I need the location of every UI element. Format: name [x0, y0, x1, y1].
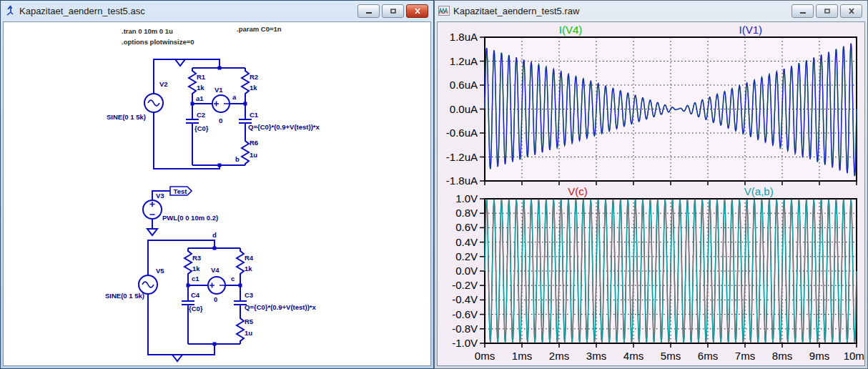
- minimize-button[interactable]: [791, 4, 814, 18]
- x-tick-label: 1ms: [512, 350, 532, 362]
- y-tick-label: -1.2uA: [446, 151, 478, 163]
- schematic-label[interactable]: 1u: [250, 151, 257, 159]
- ground-icon: [147, 229, 157, 235]
- schematic-label[interactable]: Q={C0}*(0.9+V(test))*x: [248, 123, 320, 131]
- schematic-label[interactable]: V3: [156, 192, 164, 200]
- schematic-label[interactable]: c: [231, 275, 235, 282]
- schematic-label[interactable]: 0: [214, 295, 217, 303]
- schematic-label[interactable]: 0: [219, 117, 222, 124]
- y-tick-label: 1.8uA: [450, 31, 478, 43]
- schematic-label[interactable]: 1k: [250, 84, 257, 92]
- window-title: Kapazitaet_aendern_test5.raw: [453, 6, 579, 16]
- trace-legend[interactable]: V(a,b): [744, 185, 774, 197]
- schematic-label[interactable]: R5: [245, 318, 254, 325]
- y-tick-label: 0.2V: [455, 250, 478, 262]
- spice-directive[interactable]: .param C0=1n: [237, 25, 282, 33]
- y-tick-label: 1.2uA: [450, 55, 478, 67]
- schematic-label[interactable]: V4: [211, 266, 220, 274]
- ground-icon: [175, 59, 185, 66]
- schematic-label[interactable]: R4: [245, 254, 254, 262]
- schematic-label[interactable]: R3: [192, 254, 201, 262]
- schematic-label[interactable]: a1: [196, 94, 204, 102]
- x-tick-label: 7ms: [735, 350, 755, 362]
- trace-legend[interactable]: V(c): [568, 185, 588, 197]
- schematic-label[interactable]: 1k: [192, 265, 200, 272]
- y-tick-label: -0.4V: [452, 293, 478, 305]
- schematic-label[interactable]: 1k: [245, 265, 252, 272]
- schematic-label[interactable]: R6: [250, 139, 258, 147]
- schematic-label[interactable]: Q={C0}*(0.9+V(test))*x: [245, 303, 317, 311]
- schematic-label[interactable]: V2: [159, 80, 168, 88]
- y-tick-label: 0.4V: [455, 236, 478, 248]
- window-title: Kapazitaet_aendern_test5.asc: [19, 6, 145, 16]
- schematic-window-titlebar[interactable]: Kapazitaet_aendern_test5.asc: [1, 1, 433, 21]
- schematic-label[interactable]: d: [212, 231, 217, 239]
- x-tick-label: 4ms: [623, 350, 643, 362]
- x-tick-label: 5ms: [661, 350, 681, 362]
- x-tick-label: 0ms: [475, 350, 495, 362]
- y-tick-label: -0.2V: [452, 279, 478, 291]
- waveform-plot-area[interactable]: 1.8uA1.2uA0.6uA0.0uA-0.6uA-1.2uA-1.8uAI(…: [437, 21, 865, 366]
- y-tick-label: -1.8uA: [446, 174, 478, 187]
- close-button[interactable]: [840, 4, 862, 18]
- schematic-label[interactable]: {C0}: [189, 305, 203, 313]
- schematic-label[interactable]: SINE(0 1 5k): [105, 292, 144, 300]
- resistor-R4: [237, 248, 244, 285]
- schematic-label[interactable]: PWL(0 0 10m 0.2): [162, 214, 218, 222]
- y-tick-label: 0.0uA: [450, 103, 478, 115]
- y-tick-label: -1.0V: [452, 337, 478, 349]
- schematic-label[interactable]: {C0}: [194, 124, 209, 132]
- y-tick-label: 0.6uA: [450, 79, 478, 91]
- restore-button[interactable]: [382, 4, 404, 18]
- ground-icon: [172, 355, 182, 361]
- y-tick-label: -0.6V: [452, 308, 478, 320]
- schematic-label[interactable]: 1u: [245, 329, 252, 337]
- y-tick-label: 0.8V: [455, 207, 478, 219]
- schematic-label[interactable]: 1k: [197, 84, 204, 92]
- y-tick-label: -0.6uA: [446, 127, 478, 139]
- spice-directive[interactable]: .tran 0 10m 0 1u: [122, 27, 173, 35]
- resistor-R3: [184, 248, 192, 285]
- close-button[interactable]: [406, 4, 428, 18]
- x-tick-label: 2ms: [549, 350, 569, 362]
- schematic-label[interactable]: c1: [192, 275, 199, 282]
- schematic-window: Kapazitaet_aendern_test5.asc: [0, 0, 434, 369]
- resistor-R6: [242, 138, 249, 165]
- ltspice-schematic-icon: [4, 5, 16, 16]
- trace-legend[interactable]: I(V4): [559, 24, 583, 36]
- restore-button[interactable]: [816, 4, 838, 18]
- x-tick-label: 3ms: [586, 350, 606, 362]
- schematic-label[interactable]: a: [232, 93, 237, 101]
- x-tick-label: 6ms: [698, 350, 718, 362]
- schematic-label[interactable]: R2: [250, 73, 258, 81]
- schematic-label[interactable]: b: [235, 155, 240, 163]
- y-tick-label: -0.8V: [452, 323, 478, 335]
- y-tick-label: 0.0V: [455, 265, 478, 277]
- resistor-R2: [242, 68, 249, 104]
- x-tick-label: 10ms: [844, 350, 865, 362]
- schematic-label[interactable]: C1: [250, 111, 259, 119]
- schematic-label[interactable]: V1: [214, 86, 223, 94]
- spice-directive[interactable]: .options plotwinsize=0: [122, 38, 194, 46]
- schematic-label[interactable]: SINE(0 1 5k): [107, 113, 146, 121]
- waveform-window: Kapazitaet_aendern_test5.raw 1.8uA1.2uA0…: [434, 0, 868, 369]
- waveform-window-titlebar[interactable]: Kapazitaet_aendern_test5.raw: [435, 1, 867, 21]
- y-tick-label: 1.0V: [455, 192, 478, 205]
- schematic-label[interactable]: Test: [174, 187, 188, 195]
- capacitor-C1: [239, 104, 252, 138]
- x-tick-label: 9ms: [809, 350, 829, 362]
- ltspice-waveform-icon: [438, 5, 450, 16]
- minimize-button[interactable]: [357, 4, 380, 18]
- trace-legend[interactable]: I(V1): [739, 24, 763, 36]
- resistor-R5: [237, 315, 244, 344]
- schematic-label[interactable]: C4: [191, 291, 200, 299]
- resistor-R1: [189, 68, 196, 104]
- x-tick-label: 8ms: [772, 350, 792, 362]
- y-tick-label: 0.6V: [455, 221, 478, 233]
- schematic-label[interactable]: R1: [197, 73, 206, 81]
- schematic-label[interactable]: C2: [197, 111, 205, 119]
- schematic-label[interactable]: V5: [156, 267, 164, 275]
- schematic-label[interactable]: C3: [245, 291, 253, 299]
- schematic-canvas[interactable]: .tran 0 10m 0 1u.param C0=1n.options plo…: [3, 21, 431, 366]
